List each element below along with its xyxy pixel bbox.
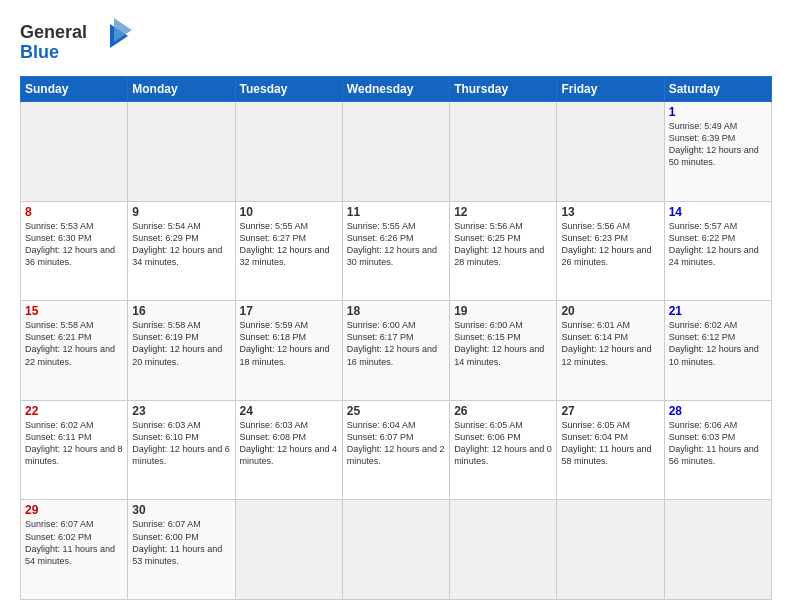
day-number: 25 — [347, 404, 445, 418]
day-info: Sunrise: 6:05 AMSunset: 6:04 PMDaylight:… — [561, 419, 659, 468]
calendar-week-3: 22Sunrise: 6:02 AMSunset: 6:11 PMDayligh… — [21, 400, 772, 500]
day-info: Sunrise: 6:04 AMSunset: 6:07 PMDaylight:… — [347, 419, 445, 468]
calendar-cell: 1Sunrise: 5:49 AMSunset: 6:39 PMDaylight… — [664, 102, 771, 202]
calendar-week-4: 29Sunrise: 6:07 AMSunset: 6:02 PMDayligh… — [21, 500, 772, 600]
svg-text:General: General — [20, 22, 87, 42]
svg-text:Blue: Blue — [20, 42, 59, 62]
day-number: 15 — [25, 304, 123, 318]
day-info: Sunrise: 5:55 AMSunset: 6:27 PMDaylight:… — [240, 220, 338, 269]
calendar-cell — [450, 500, 557, 600]
col-header-tuesday: Tuesday — [235, 77, 342, 102]
day-info: Sunrise: 6:02 AMSunset: 6:11 PMDaylight:… — [25, 419, 123, 468]
logo-container: General Blue — [20, 16, 140, 66]
calendar-cell: 24Sunrise: 6:03 AMSunset: 6:08 PMDayligh… — [235, 400, 342, 500]
day-number: 9 — [132, 205, 230, 219]
day-number: 16 — [132, 304, 230, 318]
calendar-cell: 20Sunrise: 6:01 AMSunset: 6:14 PMDayligh… — [557, 301, 664, 401]
day-info: Sunrise: 5:53 AMSunset: 6:30 PMDaylight:… — [25, 220, 123, 269]
day-number: 14 — [669, 205, 767, 219]
calendar-cell — [342, 102, 449, 202]
day-number: 22 — [25, 404, 123, 418]
day-number: 29 — [25, 503, 123, 517]
day-number: 23 — [132, 404, 230, 418]
calendar-cell: 27Sunrise: 6:05 AMSunset: 6:04 PMDayligh… — [557, 400, 664, 500]
day-number: 24 — [240, 404, 338, 418]
col-header-friday: Friday — [557, 77, 664, 102]
day-info: Sunrise: 6:02 AMSunset: 6:12 PMDaylight:… — [669, 319, 767, 368]
col-header-monday: Monday — [128, 77, 235, 102]
day-info: Sunrise: 6:03 AMSunset: 6:08 PMDaylight:… — [240, 419, 338, 468]
col-header-sunday: Sunday — [21, 77, 128, 102]
calendar-cell: 10Sunrise: 5:55 AMSunset: 6:27 PMDayligh… — [235, 201, 342, 301]
day-info: Sunrise: 6:07 AMSunset: 6:00 PMDaylight:… — [132, 518, 230, 567]
page: General Blue SundayMondayTuesdayWednesda… — [0, 0, 792, 612]
day-info: Sunrise: 6:00 AMSunset: 6:15 PMDaylight:… — [454, 319, 552, 368]
calendar-week-1: 8Sunrise: 5:53 AMSunset: 6:30 PMDaylight… — [21, 201, 772, 301]
day-number: 19 — [454, 304, 552, 318]
calendar-header-row: SundayMondayTuesdayWednesdayThursdayFrid… — [21, 77, 772, 102]
calendar-cell — [342, 500, 449, 600]
calendar-cell: 14Sunrise: 5:57 AMSunset: 6:22 PMDayligh… — [664, 201, 771, 301]
day-number: 30 — [132, 503, 230, 517]
day-info: Sunrise: 6:03 AMSunset: 6:10 PMDaylight:… — [132, 419, 230, 468]
calendar-cell: 25Sunrise: 6:04 AMSunset: 6:07 PMDayligh… — [342, 400, 449, 500]
day-info: Sunrise: 5:49 AMSunset: 6:39 PMDaylight:… — [669, 120, 767, 169]
calendar-cell — [557, 102, 664, 202]
calendar-cell: 9Sunrise: 5:54 AMSunset: 6:29 PMDaylight… — [128, 201, 235, 301]
day-number: 27 — [561, 404, 659, 418]
calendar-cell: 12Sunrise: 5:56 AMSunset: 6:25 PMDayligh… — [450, 201, 557, 301]
calendar-cell: 19Sunrise: 6:00 AMSunset: 6:15 PMDayligh… — [450, 301, 557, 401]
day-number: 18 — [347, 304, 445, 318]
calendar-cell: 16Sunrise: 5:58 AMSunset: 6:19 PMDayligh… — [128, 301, 235, 401]
logo: General Blue — [20, 16, 140, 66]
calendar-cell: 11Sunrise: 5:55 AMSunset: 6:26 PMDayligh… — [342, 201, 449, 301]
day-info: Sunrise: 6:07 AMSunset: 6:02 PMDaylight:… — [25, 518, 123, 567]
day-number: 20 — [561, 304, 659, 318]
calendar-cell: 23Sunrise: 6:03 AMSunset: 6:10 PMDayligh… — [128, 400, 235, 500]
calendar-cell — [450, 102, 557, 202]
day-number: 12 — [454, 205, 552, 219]
day-info: Sunrise: 5:58 AMSunset: 6:19 PMDaylight:… — [132, 319, 230, 368]
header: General Blue — [20, 16, 772, 66]
calendar-week-2: 15Sunrise: 5:58 AMSunset: 6:21 PMDayligh… — [21, 301, 772, 401]
calendar-cell — [235, 500, 342, 600]
day-info: Sunrise: 5:58 AMSunset: 6:21 PMDaylight:… — [25, 319, 123, 368]
day-number: 11 — [347, 205, 445, 219]
day-number: 1 — [669, 105, 767, 119]
calendar-cell: 13Sunrise: 5:56 AMSunset: 6:23 PMDayligh… — [557, 201, 664, 301]
calendar-cell: 29Sunrise: 6:07 AMSunset: 6:02 PMDayligh… — [21, 500, 128, 600]
day-info: Sunrise: 5:59 AMSunset: 6:18 PMDaylight:… — [240, 319, 338, 368]
calendar-cell: 15Sunrise: 5:58 AMSunset: 6:21 PMDayligh… — [21, 301, 128, 401]
calendar-cell — [557, 500, 664, 600]
calendar-cell — [128, 102, 235, 202]
calendar-cell: 30Sunrise: 6:07 AMSunset: 6:00 PMDayligh… — [128, 500, 235, 600]
day-number: 17 — [240, 304, 338, 318]
day-info: Sunrise: 5:54 AMSunset: 6:29 PMDaylight:… — [132, 220, 230, 269]
day-info: Sunrise: 5:55 AMSunset: 6:26 PMDaylight:… — [347, 220, 445, 269]
day-info: Sunrise: 6:01 AMSunset: 6:14 PMDaylight:… — [561, 319, 659, 368]
calendar-cell: 18Sunrise: 6:00 AMSunset: 6:17 PMDayligh… — [342, 301, 449, 401]
calendar-cell — [235, 102, 342, 202]
calendar-table: SundayMondayTuesdayWednesdayThursdayFrid… — [20, 76, 772, 600]
col-header-saturday: Saturday — [664, 77, 771, 102]
calendar-cell — [21, 102, 128, 202]
day-info: Sunrise: 6:00 AMSunset: 6:17 PMDaylight:… — [347, 319, 445, 368]
calendar-body: 1Sunrise: 5:49 AMSunset: 6:39 PMDaylight… — [21, 102, 772, 600]
day-info: Sunrise: 5:56 AMSunset: 6:25 PMDaylight:… — [454, 220, 552, 269]
calendar-cell: 28Sunrise: 6:06 AMSunset: 6:03 PMDayligh… — [664, 400, 771, 500]
calendar-cell: 21Sunrise: 6:02 AMSunset: 6:12 PMDayligh… — [664, 301, 771, 401]
calendar-cell: 17Sunrise: 5:59 AMSunset: 6:18 PMDayligh… — [235, 301, 342, 401]
calendar-week-0: 1Sunrise: 5:49 AMSunset: 6:39 PMDaylight… — [21, 102, 772, 202]
logo-svg: General Blue — [20, 16, 140, 66]
day-number: 26 — [454, 404, 552, 418]
day-number: 8 — [25, 205, 123, 219]
day-number: 21 — [669, 304, 767, 318]
day-number: 28 — [669, 404, 767, 418]
col-header-thursday: Thursday — [450, 77, 557, 102]
day-number: 10 — [240, 205, 338, 219]
calendar-cell — [664, 500, 771, 600]
day-info: Sunrise: 5:57 AMSunset: 6:22 PMDaylight:… — [669, 220, 767, 269]
col-header-wednesday: Wednesday — [342, 77, 449, 102]
day-info: Sunrise: 6:05 AMSunset: 6:06 PMDaylight:… — [454, 419, 552, 468]
calendar-cell: 8Sunrise: 5:53 AMSunset: 6:30 PMDaylight… — [21, 201, 128, 301]
